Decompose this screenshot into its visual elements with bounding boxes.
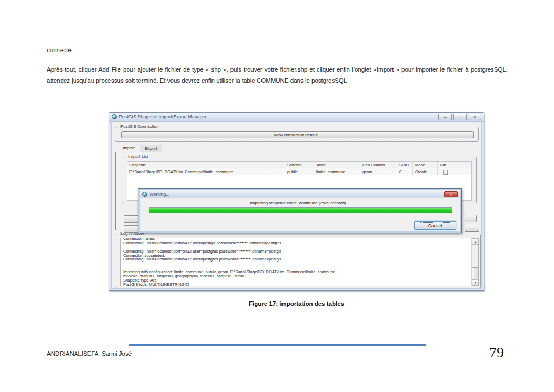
log-line: Connecting: host=localhost port=5432 use… (123, 257, 470, 262)
col-header-shapefile: Shapefile (127, 162, 285, 168)
maximize-button[interactable]: □ (453, 114, 467, 120)
window-title: PostGIS Shapefile Import/Export Manager (119, 114, 207, 119)
maximize-icon: □ (459, 115, 461, 119)
log-window-group: Log Window Connection failed. Connecting… (115, 234, 481, 288)
log-text: Connection failed. Connecting: host=loca… (123, 238, 470, 286)
import-list-label: Import List (127, 154, 149, 159)
col-header-rm: Rm (438, 162, 452, 168)
body-paragraph: Après tout, cliquer Add File pour ajoute… (47, 64, 508, 86)
progress-bar (149, 207, 452, 213)
table-header-row: Shapefile Schema Table Geo Column SRID M… (127, 162, 471, 168)
dialog-titlebar[interactable]: Working... ✕ (140, 190, 460, 198)
minimize-button[interactable]: — (438, 114, 452, 120)
log-line: Connection succeeded. (123, 254, 470, 258)
tab-import[interactable]: Import (118, 144, 139, 152)
scroll-up-icon: ▲ (474, 240, 477, 243)
log-line: mode=c, dump=1, simple=0, geography=0, i… (123, 274, 470, 278)
cell-mode: Create (413, 168, 438, 175)
cell-geo-column: geom (360, 168, 397, 175)
working-dialog: Working... ✕ Importing shapefile limite_… (138, 188, 462, 233)
col-header-mode: Mode (413, 162, 438, 168)
right-button-fragment-bottom[interactable] (465, 224, 479, 232)
scroll-down-icon: ▼ (474, 281, 477, 284)
log-line: Connecting: host=localhost port=5432 use… (123, 241, 470, 245)
col-header-srid: SRID (397, 162, 413, 168)
scrollbar-thumb[interactable] (472, 267, 479, 278)
log-scrollbar[interactable]: ▲ ▼ (471, 238, 478, 286)
log-text-area[interactable]: Connection failed. Connecting: host=loca… (120, 238, 479, 286)
col-header-geo-column: Geo Column (360, 162, 397, 168)
log-line: PostGIS type: MULTILINESTRING[2] (123, 283, 470, 286)
progress-bar-fill (149, 208, 452, 213)
postgis-connection-label: PostGIS Connection (119, 124, 160, 129)
cancel-button-label: Cancel (420, 222, 450, 229)
cell-srid: 0 (397, 168, 413, 175)
cell-table: limite_commune (314, 168, 360, 175)
log-line: ============================== (123, 266, 470, 270)
postgis-connection-group: PostGIS Connection View connection detai… (115, 127, 479, 142)
dialog-title: Working... (149, 192, 169, 197)
postgis-dialog-icon (142, 192, 147, 197)
footer-rule (129, 344, 426, 346)
document-page: connecté Après tout, cliquer Add File po… (0, 0, 554, 392)
postgis-app-icon (112, 114, 117, 119)
footer-author: ANDRIANALISEFA Sanni José (47, 350, 132, 357)
close-icon: ✕ (473, 115, 476, 119)
dialog-close-icon: ✕ (449, 193, 452, 196)
scroll-down-button[interactable]: ▼ (472, 279, 479, 286)
log-line (123, 245, 470, 249)
cell-schema: public (285, 168, 314, 175)
cell-shapefile: E:\Sanni\Stage\BD_DOAT\Lim_Commune\limit… (127, 168, 285, 175)
intro-line: connecté (47, 47, 72, 53)
log-line (123, 262, 470, 266)
col-header-schema: Schema (285, 162, 314, 168)
figure-caption: Figure 17: importation des tables (109, 300, 484, 307)
col-header-table: Table (314, 162, 360, 168)
cell-rm (438, 168, 452, 175)
log-line: Importing with configuration: limite_com… (123, 270, 470, 274)
dialog-message: Importing shapefile limite_commune (2529… (138, 200, 461, 205)
cancel-button[interactable]: Cancel (414, 221, 456, 230)
right-button-fragment-top[interactable] (465, 215, 477, 222)
dialog-close-button[interactable]: ✕ (444, 191, 458, 197)
minimize-icon: — (444, 115, 447, 119)
window-titlebar[interactable]: PostGIS Shapefile Import/Export Manager … (109, 113, 484, 122)
rm-checkbox[interactable] (443, 170, 448, 175)
close-button[interactable]: ✕ (468, 114, 481, 120)
tab-export[interactable]: Export (140, 145, 162, 152)
table-row[interactable]: E:\Sanni\Stage\BD_DOAT\Lim_Commune\limit… (127, 168, 471, 175)
scroll-up-button[interactable]: ▲ (472, 238, 479, 245)
window-controls: — □ ✕ (438, 114, 481, 120)
view-connection-details-button[interactable]: View connection details... (121, 131, 474, 138)
log-line: Connecting: host=localhost port=5432 use… (123, 249, 470, 254)
log-line: Shapefile type: Arc (123, 278, 470, 283)
footer-page-number: 79 (483, 344, 504, 361)
